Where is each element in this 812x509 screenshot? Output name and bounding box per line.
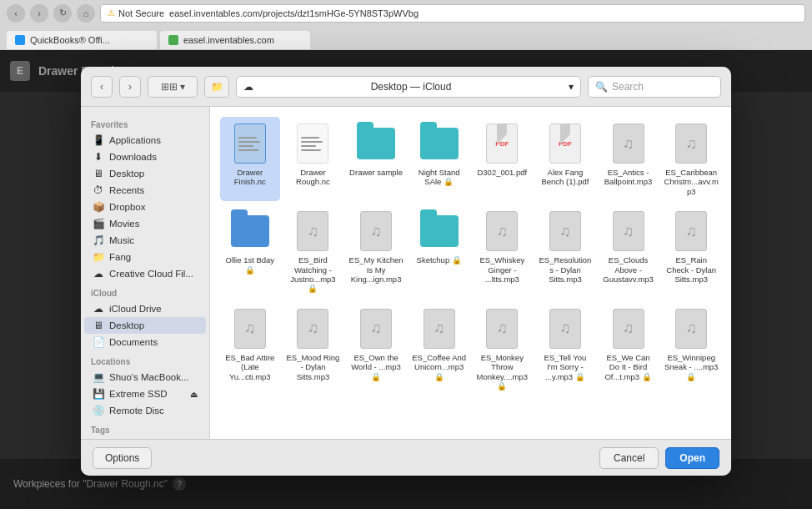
file-es-own-world[interactable]: ♫ ES_Own the World - ...mp3 🔒 <box>346 302 406 396</box>
downloads-icon: ⬇ <box>93 151 104 163</box>
dialog-sidebar: Favorites 📱 Applications ⬇ Downloads 🖥 D… <box>81 107 210 439</box>
file-es-monkey[interactable]: ♫ ES_Monkey Throw Monkey....mp3 🔒 <box>473 302 533 396</box>
file-es-antics[interactable]: ♫ ES_Antics - Ballpoint.mp3 <box>599 117 659 201</box>
es-rain-label: ES_Rain Check - Dylan Sitts.mp3 <box>664 255 719 284</box>
eject-icon[interactable]: ⏏ <box>190 390 198 399</box>
dialog-action-button[interactable]: 📁 <box>204 76 229 98</box>
sidebar-item-desktop[interactable]: 🖥 Desktop <box>84 317 206 334</box>
address-bar[interactable]: ⚠ Not Secure easel.inventables.com/proje… <box>100 4 805 23</box>
fang-icon: 📁 <box>93 251 104 263</box>
file-es-my-kitchen[interactable]: ♫ ES_My Kitchen Is My King...ign.mp3 <box>346 204 406 299</box>
reload-button[interactable]: ↻ <box>53 4 72 23</box>
file-es-clouds[interactable]: ♫ ES_Clouds Above - Guustavv.mp3 <box>599 204 659 299</box>
forward-button[interactable]: › <box>30 4 48 23</box>
app-area: E Drawer Rough.nc ‹ › ⊞⊞ ▾ 📁 ☁ Desktop —… <box>0 50 812 509</box>
back-button[interactable]: ‹ <box>7 4 25 23</box>
sidebar-item-recents[interactable]: ⏱ Recents <box>84 182 206 199</box>
file-es-mood-ring[interactable]: ♫ ES_Mood Ring - Dylan Sitts.mp3 <box>283 302 343 396</box>
file-night-stand[interactable]: Night Stand SAle 🔒 <box>409 117 469 201</box>
es-antics-icon: ♫ <box>607 122 650 165</box>
dialog-toolbar: ‹ › ⊞⊞ ▾ 📁 ☁ Desktop — iCloud ▾ 🔍 Search <box>81 67 731 107</box>
location-chevron-icon: ▾ <box>569 81 574 93</box>
dialog-overlay: ‹ › ⊞⊞ ▾ 📁 ☁ Desktop — iCloud ▾ 🔍 Search <box>0 50 812 509</box>
location-selector[interactable]: ☁ Desktop — iCloud ▾ <box>236 76 581 98</box>
file-es-rain[interactable]: ♫ ES_Rain Check - Dylan Sitts.mp3 <box>661 204 721 299</box>
dialog-body: Favorites 📱 Applications ⬇ Downloads 🖥 D… <box>81 107 731 439</box>
d302-label: D302_001.pdf <box>477 168 527 177</box>
file-drawer-sample[interactable]: Drawer sample <box>346 117 406 201</box>
file-d302[interactable]: PDF D302_001.pdf <box>473 117 533 201</box>
view-grid-icon: ⊞⊞ <box>161 81 178 93</box>
file-drawer-finish[interactable]: Drawer Finish.nc <box>220 117 280 201</box>
sidebar-item-extreme-ssd[interactable]: 💾 Extreme SSD ⏏ <box>84 386 206 402</box>
home-button[interactable]: ⌂ <box>77 4 95 23</box>
cancel-button[interactable]: Cancel <box>599 447 659 469</box>
drawer-sample-icon <box>354 122 398 165</box>
icloud-drive-label: iCloud Drive <box>109 304 162 314</box>
file-es-bird[interactable]: ♫ ES_Bird Watching - Justno...mp3 🔒 <box>283 204 343 299</box>
file-es-caribbean[interactable]: ♫ ES_Caribbean Christm...avv.mp3 <box>661 117 721 201</box>
dialog-back-button[interactable]: ‹ <box>91 76 113 98</box>
es-antics-label: ES_Antics - Ballpoint.mp3 <box>601 168 656 187</box>
sidebar-item-fang[interactable]: 📁 Fang <box>84 249 206 265</box>
file-drawer-rough[interactable]: Drawer Rough.nc <box>283 117 343 201</box>
es-bird-icon: ♫ <box>291 209 334 253</box>
sidebar-item-music[interactable]: 🎵 Music <box>84 232 206 249</box>
downloads-label: Downloads <box>109 152 157 162</box>
dialog-footer: Options Cancel Open <box>81 439 731 476</box>
es-whiskey-label: ES_Whiskey Ginger - ...ltts.mp3 <box>475 255 530 284</box>
file-es-tell-you[interactable]: ♫ ES_Tell You I'm Sorry - ...y.mp3 🔒 <box>535 302 595 396</box>
url-text: easel.inventables.com/projects/dzt1smHGe… <box>169 8 419 18</box>
files-grid: Drawer Finish.nc <box>220 117 721 396</box>
sidebar-item-desktop-fav[interactable]: 🖥 Desktop <box>84 165 206 182</box>
alex-fang-label: Alex Fang Bench (1).pdf <box>538 168 593 187</box>
tab-favicon-quickbooks <box>15 35 25 45</box>
desktop-icon: 🖥 <box>93 320 104 331</box>
tab-label-easel: easel.inventables.com <box>183 35 274 45</box>
drawer-rough-icon <box>291 122 334 165</box>
es-winnipeg-icon: ♫ <box>669 307 713 350</box>
es-bird-label: ES_Bird Watching - Justno...mp3 🔒 <box>286 255 341 294</box>
es-monkey-icon: ♫ <box>480 307 524 350</box>
sidebar-item-creative-cloud[interactable]: ☁ Creative Cloud Fil... <box>84 265 206 282</box>
file-es-whiskey[interactable]: ♫ ES_Whiskey Ginger - ...ltts.mp3 <box>473 204 533 299</box>
es-clouds-label: ES_Clouds Above - Guustavv.mp3 <box>601 255 656 284</box>
icloud-section-label: iCloud <box>81 282 209 300</box>
sidebar-item-movies[interactable]: 🎬 Movies <box>84 215 206 232</box>
tab-favicon-easel <box>168 35 178 45</box>
open-button[interactable]: Open <box>665 447 719 469</box>
es-own-world-label: ES_Own the World - ...mp3 🔒 <box>348 353 403 381</box>
es-resolutions-icon: ♫ <box>544 209 587 253</box>
file-sketchup[interactable]: Sketchup 🔒 <box>409 204 469 299</box>
es-winnipeg-label: ES_Winnipeg Sneak - ....mp3 🔒 <box>664 353 719 381</box>
sidebar-item-downloads[interactable]: ⬇ Downloads <box>84 149 206 165</box>
night-stand-icon <box>418 122 461 165</box>
file-es-winnipeg[interactable]: ♫ ES_Winnipeg Sneak - ....mp3 🔒 <box>661 302 721 396</box>
file-es-resolutions[interactable]: ♫ ES_Resolutions - Dylan Sitts.mp3 <box>535 204 595 299</box>
desktop-fav-label: Desktop <box>109 169 144 179</box>
file-es-coffee[interactable]: ♫ ES_Coffee And Unicorn...mp3 🔒 <box>409 302 469 396</box>
options-button[interactable]: Options <box>93 447 152 469</box>
favorites-section-label: Favorites <box>81 113 209 132</box>
dialog-forward-button[interactable]: › <box>119 76 141 98</box>
sidebar-item-documents[interactable]: 📄 Documents <box>84 334 206 350</box>
file-alex-fang[interactable]: PDF Alex Fang Bench (1).pdf <box>535 117 595 201</box>
es-resolutions-label: ES_Resolutions - Dylan Sitts.mp3 <box>538 255 593 284</box>
ssd-icon: 💾 <box>93 388 104 400</box>
tab-easel[interactable]: easel.inventables.com <box>160 31 310 49</box>
folder-action-icon: 📁 <box>211 81 223 93</box>
es-coffee-icon: ♫ <box>418 307 461 350</box>
sidebar-item-icloud-drive[interactable]: ☁ iCloud Drive <box>84 300 206 317</box>
file-ollie-bday[interactable]: Ollie 1st Bday 🔒 <box>220 204 280 299</box>
sidebar-item-remote-disc[interactable]: 💿 Remote Disc <box>84 402 206 419</box>
dialog-view-button[interactable]: ⊞⊞ ▾ <box>148 76 198 98</box>
file-es-bad-attire[interactable]: ♫ ES_Bad Attire (Late Yu...cti.mp3 <box>220 302 280 396</box>
tab-quickbooks[interactable]: QuickBooks® Offi... <box>7 31 157 49</box>
drawer-finish-icon <box>228 122 272 165</box>
sidebar-item-dropbox[interactable]: 📦 Dropbox <box>84 199 206 215</box>
es-monkey-label: ES_Monkey Throw Monkey....mp3 🔒 <box>475 353 530 391</box>
search-field[interactable]: 🔍 Search <box>588 76 721 98</box>
file-es-we-can[interactable]: ♫ ES_We Can Do It - Bird Of...t.mp3 🔒 <box>599 302 659 396</box>
sidebar-item-mac[interactable]: 💻 Shuo's MacBook... <box>84 369 206 386</box>
sidebar-item-applications[interactable]: 📱 Applications <box>84 132 206 149</box>
